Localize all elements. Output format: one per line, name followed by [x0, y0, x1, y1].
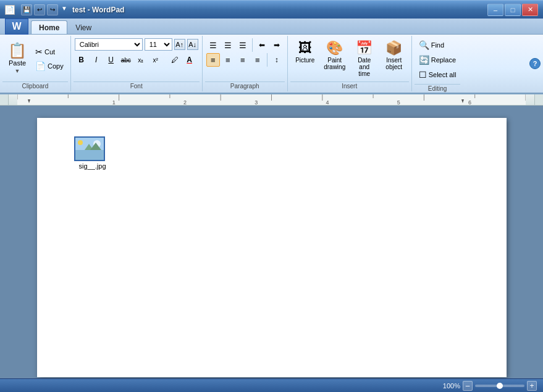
ribbon-content: 📋 Paste ▼ ✂ Cut 📄 Copy — [0, 35, 543, 94]
bold-button[interactable]: B — [75, 53, 88, 67]
datetime-icon: 📅 — [356, 40, 373, 56]
font-family-select[interactable]: Calibri — [75, 38, 143, 51]
ruler-svg: 1 2 3 4 5 6 — [17, 94, 526, 106]
font-color-button[interactable]: A — [183, 53, 196, 67]
font-group-label: Font — [74, 81, 200, 90]
para-sep2 — [267, 53, 267, 67]
zoom-slider[interactable] — [475, 385, 524, 387]
zoom-percentage: 100% — [443, 382, 460, 390]
picture-icon: 🖼 — [298, 40, 312, 56]
align-center-button[interactable]: ≡ — [221, 53, 235, 67]
svg-rect-18 — [75, 150, 104, 160]
replace-button[interactable]: 🔄 Replace — [416, 53, 460, 67]
svg-text:2: 2 — [183, 99, 187, 106]
window-controls: – □ ✕ — [487, 4, 538, 16]
zoom-slider-thumb[interactable] — [497, 383, 503, 389]
font-name-row: Calibri 11 A↑ A↓ — [75, 38, 198, 51]
document-page[interactable]: sig__.jpg — [37, 118, 507, 377]
align-left-button[interactable]: ≡ — [206, 53, 220, 67]
increase-indent-button[interactable]: ➡ — [270, 38, 284, 52]
status-bar: 100% – + — [0, 378, 543, 392]
copy-button[interactable]: 📄 Copy — [32, 59, 67, 73]
font-size-select[interactable]: 11 — [145, 38, 172, 51]
svg-text:3: 3 — [255, 99, 258, 106]
paragraph-row2: ≡ ≡ ≡ ≡ ↕ — [206, 53, 284, 67]
font-group: Calibri 11 A↑ A↓ B I U abc — [71, 36, 203, 91]
paragraph-group-label: Paragraph — [205, 81, 285, 90]
italic-button[interactable]: I — [90, 53, 103, 67]
quick-access-dropdown[interactable]: ▼ — [60, 4, 69, 13]
find-icon: 🔍 — [419, 40, 429, 50]
tab-view[interactable]: View — [67, 20, 99, 34]
paste-icon: 📋 — [8, 43, 27, 58]
title-bar: 📄 💾 ↩ ↪ ▼ test - WordPad – □ ✕ — [0, 0, 543, 19]
ruler-left-margin — [0, 94, 9, 105]
cut-icon: ✂ — [35, 47, 43, 57]
window-title: test - WordPad — [72, 6, 124, 14]
select-all-label: Select all — [429, 71, 457, 78]
svg-point-20 — [78, 140, 83, 145]
font-shrink-button[interactable]: A↓ — [187, 39, 198, 50]
ruler: 1 2 3 4 5 6 — [0, 94, 543, 106]
picture-label: Picture — [295, 57, 314, 64]
paste-button[interactable]: 📋 Paste ▼ — [4, 41, 31, 76]
underline-button[interactable]: U — [104, 53, 118, 67]
line-spacing-button[interactable]: ↕ — [270, 53, 284, 67]
minimize-button[interactable]: – — [487, 4, 503, 16]
copy-icon: 📄 — [35, 61, 46, 71]
numbering-button[interactable]: ☰ — [221, 38, 235, 52]
ribbon-tab-bar: Home View — [0, 19, 543, 35]
bullets-button[interactable]: ☰ — [206, 38, 220, 52]
paragraph-row1: ☰ ☰ ☰ ⬅ ➡ — [206, 38, 284, 52]
editing-group-label: Editing — [415, 84, 461, 93]
document-area: sig__.jpg — [0, 106, 543, 378]
list-style-button[interactable]: ☰ — [236, 38, 250, 52]
ruler-tab-left[interactable] — [28, 99, 30, 103]
editing-group: 🔍 Find 🔄 Replace ☐ Select all Editing — [412, 36, 463, 91]
justify-button[interactable]: ≡ — [251, 53, 264, 67]
svg-text:4: 4 — [326, 99, 329, 106]
ribbon-container: W Home View 📋 Paste ▼ — [0, 19, 543, 94]
highlight-button[interactable]: 🖊 — [168, 53, 182, 67]
paste-label: Paste — [9, 59, 26, 67]
superscript-button[interactable]: x² — [149, 53, 162, 67]
ruler-tab-right[interactable] — [461, 99, 464, 103]
strikethrough-button[interactable]: abc — [119, 53, 133, 67]
datetime-label: Date andtime — [353, 57, 376, 77]
insert-group: 🖼 Picture 🎨 Paintdrawing 📅 Date andtime — [288, 36, 412, 91]
ribbon-logo-button[interactable]: W — [5, 19, 28, 35]
align-right-button[interactable]: ≡ — [236, 53, 250, 67]
select-all-button[interactable]: ☐ Select all — [416, 68, 460, 81]
help-button[interactable]: ? — [529, 58, 541, 69]
decrease-indent-button[interactable]: ⬅ — [255, 38, 269, 52]
clipboard-group: 📋 Paste ▼ ✂ Cut 📄 Copy — [0, 36, 71, 91]
ruler-scale: 1 2 3 4 5 6 — [17, 94, 526, 105]
object-label: Insertobject — [385, 57, 402, 70]
picture-button[interactable]: 🖼 Picture — [292, 38, 319, 65]
svg-text:1: 1 — [112, 99, 116, 106]
cut-button[interactable]: ✂ Cut — [32, 45, 67, 59]
paint-icon: 🎨 — [326, 40, 343, 56]
close-button[interactable]: ✕ — [522, 4, 538, 16]
find-button[interactable]: 🔍 Find — [416, 38, 460, 52]
embedded-image[interactable] — [74, 136, 105, 161]
para-sep — [252, 38, 253, 52]
insert-object-button[interactable]: 📦 Insertobject — [381, 38, 408, 72]
tab-home[interactable]: Home — [31, 20, 67, 34]
paste-dropdown[interactable]: ▼ — [15, 68, 20, 74]
zoom-out-button[interactable]: – — [463, 381, 473, 391]
paint-drawing-button[interactable]: 🎨 Paintdrawing — [321, 38, 348, 72]
quick-save-btn[interactable]: 💾 — [21, 4, 32, 15]
zoom-in-button[interactable]: + — [527, 381, 537, 391]
quick-redo-btn[interactable]: ↪ — [47, 4, 58, 15]
svg-text:6: 6 — [468, 99, 471, 106]
font-format-row: B I U abc x₂ x² 🖊 A — [75, 53, 196, 67]
insert-group-label: Insert — [290, 81, 409, 90]
paint-label: Paintdrawing — [324, 57, 345, 70]
date-time-button[interactable]: 📅 Date andtime — [351, 38, 378, 79]
paragraph-group: ☰ ☰ ☰ ⬅ ➡ ≡ ≡ ≡ ≡ — [203, 36, 288, 91]
maximize-button[interactable]: □ — [505, 4, 521, 16]
quick-undo-btn[interactable]: ↩ — [34, 4, 45, 15]
font-grow-button[interactable]: A↑ — [174, 39, 185, 50]
subscript-button[interactable]: x₂ — [134, 53, 148, 67]
